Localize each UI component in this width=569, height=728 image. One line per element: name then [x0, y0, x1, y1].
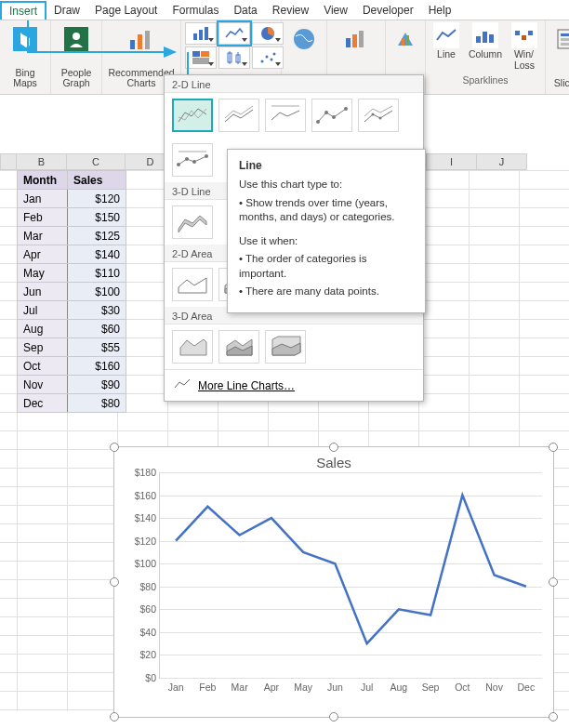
slicer-button[interactable]: Slicer	[549, 24, 569, 93]
chart-type-3d-line[interactable]	[172, 205, 213, 239]
resize-handle[interactable]	[549, 577, 558, 587]
insert-hierarchy-chart-button[interactable]	[185, 46, 217, 69]
resize-handle[interactable]	[549, 712, 558, 721]
tab-review[interactable]: Review	[265, 2, 316, 19]
embedded-chart[interactable]: Sales $0$20$40$60$80$100$120$140$160$180…	[113, 446, 554, 718]
chart-series-line[interactable]	[176, 496, 526, 644]
svg-rect-10	[192, 51, 200, 57]
y-axis-tick: $140	[121, 512, 160, 523]
insert-line-chart-button[interactable]	[218, 22, 250, 45]
tab-page-layout[interactable]: Page Layout	[87, 2, 165, 19]
y-axis-tick: $120	[121, 536, 160, 547]
svg-rect-12	[192, 58, 209, 64]
svg-point-43	[379, 117, 382, 120]
x-axis-tick: Mar	[232, 678, 248, 693]
tab-draw[interactable]: Draw	[46, 2, 87, 19]
bing-maps-button[interactable]: Bing Maps	[4, 24, 46, 93]
svg-point-40	[332, 115, 336, 119]
table-row: Apr$140	[18, 245, 126, 264]
chart-type-stacked-line[interactable]	[218, 99, 259, 132]
resize-handle[interactable]	[110, 712, 119, 721]
x-axis-tick: Jul	[361, 678, 373, 693]
svg-rect-36	[561, 43, 569, 46]
sparkline-line-button[interactable]: Line	[428, 22, 465, 71]
more-line-charts[interactable]: More Line Charts…	[165, 369, 423, 401]
header-sales[interactable]: Sales	[68, 171, 126, 190]
x-axis-tick: Feb	[199, 678, 216, 693]
people-graph-label: People Graph	[61, 68, 92, 89]
resize-handle[interactable]	[329, 712, 338, 721]
svg-rect-32	[528, 31, 533, 35]
col-header-j[interactable]: J	[477, 153, 527, 170]
chart-type-line-markers[interactable]	[311, 99, 352, 132]
tab-help[interactable]: Help	[421, 2, 459, 19]
x-axis-tick: Jun	[327, 678, 343, 693]
slicer-label: Slicer	[554, 78, 569, 89]
svg-rect-31	[522, 35, 526, 40]
bing-maps-icon	[12, 26, 38, 52]
table-row: Mar$125	[18, 227, 126, 245]
svg-rect-22	[346, 38, 351, 47]
svg-point-21	[294, 29, 314, 49]
y-axis-tick: $180	[121, 467, 160, 478]
resize-handle[interactable]	[549, 443, 558, 452]
maps-icon	[291, 26, 317, 52]
chart-type-100pct-line-markers[interactable]	[172, 143, 213, 177]
col-header-c[interactable]: C	[67, 153, 126, 170]
svg-rect-28	[483, 32, 487, 43]
insert-scatter-chart-button[interactable]	[252, 46, 284, 69]
sparkline-column-icon	[472, 22, 498, 48]
x-axis-tick: Oct	[455, 678, 470, 693]
tab-insert[interactable]: Insert	[0, 1, 46, 20]
chart-type-area[interactable]	[172, 268, 213, 301]
svg-point-18	[266, 56, 269, 59]
chart-type-tooltip: Line Use this chart type to: • Show tren…	[227, 149, 426, 313]
svg-point-46	[185, 157, 189, 161]
x-axis-tick: Sep	[422, 678, 440, 693]
chart-type-3d-100pct-area[interactable]	[265, 330, 306, 364]
bing-maps-label: Bing Maps	[13, 68, 37, 89]
people-graph-icon	[63, 26, 89, 52]
sparkline-line-icon	[433, 22, 459, 48]
col-header-i[interactable]: I	[427, 153, 477, 170]
tab-formulas[interactable]: Formulas	[165, 2, 226, 19]
svg-rect-29	[489, 34, 494, 43]
chart-type-3d-area[interactable]	[172, 330, 213, 364]
chart-plot-area[interactable]: $0$20$40$60$80$100$120$140$160$180JanFeb…	[159, 472, 542, 679]
pivotchart-icon	[343, 26, 369, 52]
resize-handle[interactable]	[110, 577, 119, 587]
recommended-charts-icon	[128, 26, 154, 52]
header-month[interactable]: Month	[18, 171, 68, 190]
tab-view[interactable]: View	[316, 2, 355, 19]
svg-rect-3	[130, 40, 135, 49]
sparkline-winloss-button[interactable]: Win/ Loss	[506, 22, 543, 71]
svg-point-17	[261, 60, 264, 63]
table-row: Dec$80	[18, 394, 126, 413]
table-row: Feb$150	[18, 208, 126, 227]
y-axis-tick: $100	[121, 558, 160, 569]
chart-type-stacked-line-markers[interactable]	[358, 99, 399, 132]
insert-pie-chart-button[interactable]	[252, 22, 284, 45]
x-axis-tick: Dec	[518, 678, 536, 693]
svg-point-47	[192, 160, 196, 164]
y-axis-tick: $80	[121, 581, 160, 592]
tab-developer[interactable]: Developer	[355, 2, 421, 19]
data-table[interactable]: MonthSales Jan$120 Feb$150 Mar$125 Apr$1…	[17, 170, 126, 413]
chart-type-3d-stacked-area[interactable]	[218, 330, 259, 364]
svg-rect-6	[193, 33, 197, 40]
svg-point-42	[372, 113, 375, 116]
insert-statistic-chart-button[interactable]	[218, 46, 250, 69]
svg-point-39	[324, 111, 328, 114]
chart-type-100pct-stacked-line[interactable]	[265, 99, 306, 132]
tab-data[interactable]: Data	[226, 2, 264, 19]
resize-handle[interactable]	[329, 443, 338, 452]
resize-handle[interactable]	[110, 443, 119, 452]
sparkline-column-button[interactable]: Column	[467, 22, 504, 71]
col-header-b[interactable]: B	[17, 153, 67, 170]
chart-type-line[interactable]	[172, 99, 213, 132]
y-axis-tick: $60	[121, 603, 160, 615]
svg-rect-23	[352, 34, 357, 47]
insert-column-chart-button[interactable]	[185, 22, 217, 45]
people-graph-button[interactable]: People Graph	[55, 24, 98, 93]
x-axis-tick: Aug	[390, 678, 408, 693]
